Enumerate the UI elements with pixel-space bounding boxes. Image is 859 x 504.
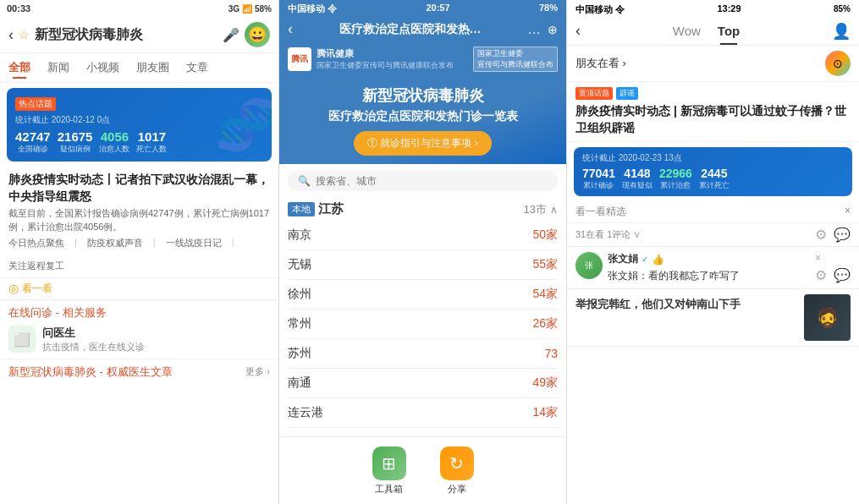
engagement-text: 31在看 1评论 ∨ — [575, 228, 808, 241]
tab-moments[interactable]: 朋友圈 — [128, 57, 178, 79]
article-links: 今日热点聚焦 | 防疫权威声音 | 一线战疫日记 | 关注返程复工 — [8, 237, 270, 272]
city-item-nantong[interactable]: 南通 49家 — [288, 369, 558, 398]
settings-icon-post1[interactable]: ⚙ — [815, 267, 827, 283]
news-article[interactable]: 肺炎疫情实时动态丨记者拍下武汉收治混乱一幕，中央指导组震怒 截至目前，全国累计报… — [0, 167, 278, 278]
status-bar-p2: 中国移动 令 20:57 78% — [279, 0, 566, 15]
city-item-suzhou[interactable]: 苏州 73 — [288, 339, 558, 369]
consult-button[interactable]: ① 就诊指引与注意事项 › — [354, 131, 492, 156]
city-count-val: 73 — [544, 347, 558, 360]
tab-all[interactable]: 全部 — [0, 57, 39, 79]
friends-watching-bar[interactable]: 朋友在看 › ⊙ — [567, 46, 859, 82]
more-button[interactable]: 更多 › — [245, 365, 270, 378]
city-name: 徐州 — [288, 287, 311, 302]
colorful-icon: ⊙ — [825, 51, 851, 76]
toolbox-icon: ⊞ — [372, 446, 406, 480]
source-badge: 国家卫生健委宣传司与腾讯健联合布 — [473, 47, 558, 72]
share-label: 分享 — [448, 483, 466, 496]
share-button[interactable]: ↻ 分享 — [440, 446, 474, 496]
city-count: 13市 — [524, 202, 547, 217]
more-articles[interactable]: 新型冠状病毒肺炎 - 权威医生文章 更多 › — [0, 359, 278, 385]
tab-top[interactable]: Top — [718, 20, 740, 41]
service-info: 问医生 抗击疫情，医生在线义诊 — [42, 326, 145, 353]
settings-icon[interactable]: ⚙ — [815, 227, 827, 243]
article-title-p2: 医疗救治定点医院和发热… — [298, 22, 522, 37]
like-icon[interactable]: 👍 — [652, 254, 664, 266]
status-bar-p1: 00:33 3G 📶 58% — [0, 0, 278, 17]
search-icon-p2: 🔍 — [298, 175, 311, 187]
tab-video[interactable]: 小视频 — [78, 57, 128, 79]
see-more-bar[interactable]: 看一看精选 × — [567, 201, 859, 223]
city-name: 常州 — [288, 316, 311, 331]
search-header: ‹ ☆ 新型冠状病毒肺炎 🎤 😀 — [0, 17, 278, 53]
refresh-icon[interactable]: ⊕ — [548, 23, 558, 36]
city-item-nanjing[interactable]: 南京 50家 — [288, 221, 558, 250]
city-count-val: 49家 — [532, 375, 558, 391]
deaths-label: 死亡人数 — [136, 144, 167, 155]
tab-wow[interactable]: Wow — [673, 20, 701, 41]
link-frontline[interactable]: 一线战疫日记 — [166, 237, 222, 249]
weibo-post-2: 举报完韩红，他们又对钟南山下手 🧔 — [567, 289, 859, 347]
profile-icon[interactable]: 👤 — [832, 22, 851, 41]
link-daily[interactable]: 今日热点聚焦 — [8, 237, 64, 249]
city-search[interactable]: 🔍 — [288, 171, 558, 191]
city-count-val: 26家 — [532, 316, 558, 331]
status-bar-p3: 中国移动 令 13:29 85% — [567, 0, 859, 17]
stat-cumulative-cured: 22966 累计治愈 — [659, 167, 692, 191]
doctor-icon: ⬜ — [8, 326, 36, 353]
message-icon[interactable]: 💬 — [834, 227, 851, 243]
close-post-icon[interactable]: × — [815, 252, 851, 264]
city-search-input[interactable] — [316, 175, 548, 187]
article-desc: 截至目前，全国累计报告确诊病例42747例，累计死亡病例1017例，累计治愈出院… — [8, 207, 270, 233]
tencent-logo: 腾讯 — [288, 47, 311, 71]
doctor-service-item[interactable]: ⬜ 问医生 抗击疫情，医生在线义诊 — [8, 326, 270, 353]
star-icon[interactable]: ☆ — [19, 28, 30, 41]
expand-icon[interactable]: ∧ — [550, 204, 558, 216]
wow-tabs: Wow Top — [581, 20, 832, 41]
service-name: 问医生 — [42, 326, 145, 341]
post1-header: 张 张文娟 ✓ 👍 张文娟：看的我都忘了咋写了 × ⚙ 💬 — [575, 252, 851, 283]
suspect-num: 4148 — [622, 167, 653, 180]
recovered-label: 治愈人数 — [99, 144, 129, 155]
post2-content-row: 举报完韩红，他们又对钟南山下手 🧔 — [575, 294, 851, 341]
post2-body: 举报完韩红，他们又对钟南山下手 — [575, 294, 799, 312]
city-count-val: 14家 — [532, 405, 558, 420]
city-item-changzhou[interactable]: 常州 26家 — [288, 310, 558, 339]
city-count-val: 55家 — [532, 257, 558, 272]
city-item-lianyungang[interactable]: 连云港 14家 — [288, 398, 558, 428]
article-tags: 置顶话题 辟谣 — [575, 87, 851, 100]
back-button-p2[interactable]: ‹ — [288, 20, 293, 38]
engagement-bar: 31在看 1评论 ∨ ⚙ 💬 — [567, 223, 859, 247]
cured-num: 22966 — [659, 167, 692, 180]
link-return[interactable]: 关注返程复工 — [8, 260, 64, 272]
more-title: 新型冠状病毒肺炎 - 权威医生文章 — [8, 364, 173, 380]
cured-label: 累计治愈 — [659, 180, 692, 191]
message-icon-post1[interactable]: 💬 — [834, 267, 851, 283]
city-list: 南京 50家 无锡 55家 徐州 54家 常州 26家 苏州 73 南通 49家… — [279, 221, 566, 428]
stats-banner-p3: 统计截止 2020-02-23 13点 77041 累计确诊 4148 现有疑似… — [574, 147, 852, 196]
hot-tag: 热点话题 — [15, 97, 56, 111]
city-count-val: 50家 — [532, 227, 558, 243]
post1-user-row: 张文娟 ✓ 👍 — [608, 252, 810, 266]
user-avatar[interactable]: 😀 — [245, 22, 270, 47]
mic-icon[interactable]: 🎤 — [223, 27, 240, 43]
close-see-more[interactable]: × — [845, 205, 851, 216]
back-button-p1[interactable]: ‹ — [8, 26, 14, 44]
kan-label: 看一看 — [22, 282, 52, 296]
kan-yikan-bar[interactable]: ◎ 看一看 — [0, 278, 278, 300]
hot-pinned-article[interactable]: 置顶话题 辟谣 肺炎疫情实时动态 | 新冠病毒可以通过蚊子传播？世卫组织辟谣 — [567, 82, 859, 142]
post1-action-btns: ⚙ 💬 — [815, 267, 851, 283]
friends-text: 朋友在看 › — [575, 56, 626, 71]
hot-article-title: 肺炎疫情实时动态 | 新冠病毒可以通过蚊子传播？世卫组织辟谣 — [575, 103, 851, 136]
username-p3[interactable]: 张文娟 — [608, 252, 638, 266]
link-epidemic[interactable]: 防疫权威声音 — [87, 237, 143, 249]
toolbox-button[interactable]: ⊞ 工具箱 — [372, 446, 406, 496]
tab-news[interactable]: 新闻 — [39, 57, 78, 79]
see-more-text: 看一看精选 — [575, 205, 626, 217]
more-dots[interactable]: … — [527, 22, 542, 37]
user-avatar-p3: 张 — [575, 252, 603, 279]
city-item-wuxi[interactable]: 无锡 55家 — [288, 250, 558, 280]
city-item-xuzhou[interactable]: 徐州 54家 — [288, 280, 558, 310]
consult-btn-text: ① 就诊指引与注意事项 › — [367, 136, 478, 151]
tab-article[interactable]: 文章 — [178, 57, 217, 79]
deaths-num-p3: 2445 — [699, 167, 730, 180]
